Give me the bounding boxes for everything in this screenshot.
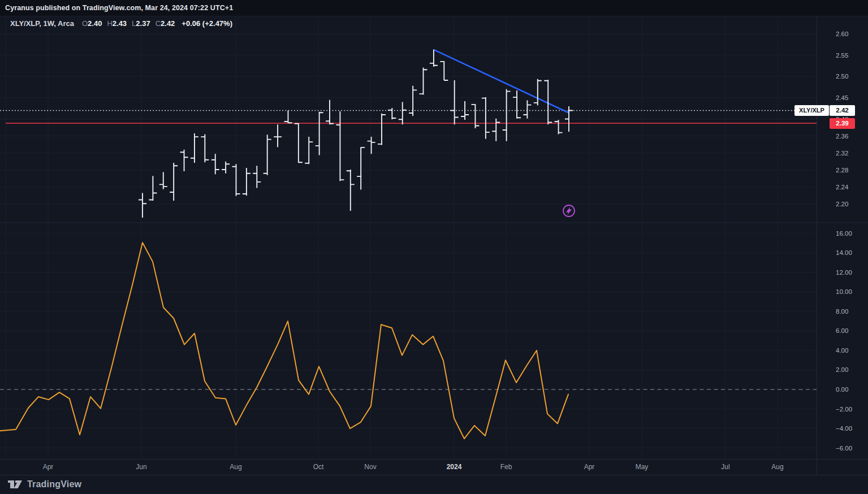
price-axis-label: 2.45 [836,93,848,102]
legend-ohlc-key: O [82,19,88,28]
time-axis-label: Aug [220,461,252,473]
ohlc-bar [232,164,240,196]
time-axis-label: Jun [126,461,157,473]
price-series [139,50,573,218]
ohlc-bar [513,90,521,119]
legend-ohlc-pair: O2.40 [82,19,102,28]
ohlc-bar [284,110,292,123]
ohlc-bar [399,102,407,124]
footer: TradingView [0,475,868,494]
oscillator-axis-label: 10.00 [836,287,852,296]
ohlc-bar [305,137,313,164]
time-axis-label: Aug [762,461,793,473]
oscillator-axis-label: 8.00 [836,307,848,316]
ohlc-bar [243,168,251,196]
legend-change: +0.06 (+2.47%) [182,19,232,28]
oscillator-axis-label: −4.00 [836,424,852,433]
tradingview-published-chart: Cyranus published on TradingView.com, Ma… [0,0,868,494]
time-axis-label: May [626,461,658,473]
oscillator-axis-label: −2.00 [836,405,852,414]
ohlc-bar [159,172,167,189]
legend-ohlc-pair: H2.43 [107,19,127,28]
legend-ohlc-pair: L2.37 [132,19,150,28]
oscillator-axis-label: 16.00 [836,229,852,238]
ohlc-bar [534,79,542,106]
tradingview-logo-icon[interactable] [8,479,23,490]
price-axis-label: 2.20 [836,200,848,209]
symbol-legend: XLY/XLP, 1W, Arca O2.40H2.43L2.37C2.42 +… [10,19,232,28]
time-axis-label: Oct [303,461,334,473]
ohlc-bar [326,100,334,125]
ohlc-bar [211,154,219,174]
time-axis-label: Apr [573,461,605,473]
chart-canvas[interactable] [0,0,868,494]
legend-ohlc-key: H [107,19,112,28]
oscillator-axis-label: 6.00 [836,326,848,335]
ohlc-bar [451,80,459,124]
ohlc-bar [201,135,209,163]
ohlc-bar [264,135,271,175]
ohlc-bar [482,97,490,139]
ohlc-bar [295,123,303,163]
ohlc-bar [222,162,230,174]
ohlc-bar [368,137,375,154]
ohlc-bar [503,89,511,141]
alert-price-label[interactable]: 2.39 [830,118,855,129]
legend-ohlc-key: C [156,19,161,28]
ohlc-bar [440,61,448,80]
lightning-icon[interactable] [563,205,575,216]
ohlc-bar [139,193,146,218]
ohlc-bar [409,86,417,116]
oscillator-axis-label: 0.00 [836,385,848,394]
ohlc-bar [149,176,157,201]
ohlc-bar [471,104,479,128]
oscillator-axis-label: 14.00 [836,248,852,257]
ohlc-bar [253,166,261,188]
price-axis-label: 2.55 [836,51,848,60]
ohlc-bar [170,163,178,201]
tradingview-brand[interactable]: TradingView [27,479,81,489]
ohlc-bar [357,147,365,189]
price-axis-label: 2.60 [836,29,848,38]
legend-ohlc-value: 2.43 [113,19,127,28]
ohlc-bar [420,67,427,94]
oscillator-axis-label: 4.00 [836,346,848,355]
current-price-label: 2.42 [830,105,855,116]
time-axis-label: 2024 [438,461,470,473]
legend-ohlc-value: 2.37 [136,19,150,28]
oscillator-line [0,242,568,439]
legend-ohlc: O2.40H2.43L2.37C2.42 [82,19,180,28]
time-axis-label: Nov [355,461,386,473]
ohlc-bar [316,112,323,155]
ohlc-bar [336,111,344,181]
price-axis-label: 2.28 [836,166,848,175]
price-axis-label: 2.36 [836,132,848,141]
ohlc-bar [378,114,386,145]
oscillator-axis-label: −6.00 [836,444,852,453]
time-axis-label: Jul [710,461,741,473]
ohlc-bar [430,50,438,67]
ohlc-bar [347,170,355,211]
legend-ohlc-pair: C2.42 [156,19,175,28]
lightning-bolt [566,207,572,215]
time-axis-label: Feb [490,461,522,473]
ohlc-bar [492,119,500,141]
price-axis-label: 2.24 [836,183,848,192]
symbol-price-tag: XLY/XLP [794,105,829,116]
oscillator-axis-label: 2.00 [836,365,848,374]
legend-ohlc-value: 2.40 [88,19,102,28]
ohlc-bar [555,120,563,135]
attribution-bar: Cyranus published on TradingView.com, Ma… [0,0,868,16]
legend-symbol-title: XLY/XLP, 1W, Arca [10,19,74,28]
attribution-text: Cyranus published on TradingView.com, Ma… [5,4,233,12]
oscillator-axis-label: 12.00 [836,268,852,277]
legend-ohlc-value: 2.42 [161,19,175,28]
ohlc-bar [388,108,396,119]
time-axis-label: Apr [32,461,64,473]
price-axis-label: 2.50 [836,72,848,81]
ohlc-bar [523,100,531,118]
ohlc-bar [191,133,198,163]
price-axis-label: 2.32 [836,149,848,158]
